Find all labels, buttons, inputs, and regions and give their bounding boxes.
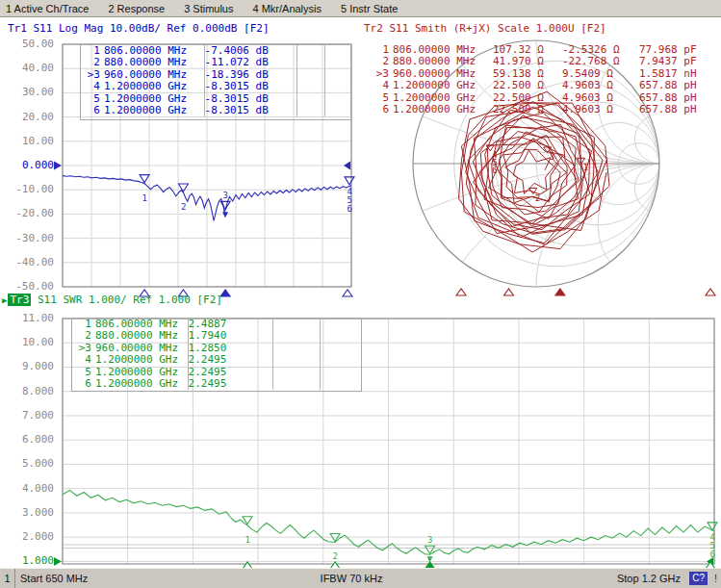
marker-row: 1806.00000 MHz-7.4006 dB: [81, 45, 350, 57]
marker-row: 2880.00000 MHz-11.072 dB: [81, 57, 350, 68]
marker-cell: 1.2850: [188, 343, 273, 354]
marker-row: 41.2000000 GHz2.2495: [72, 354, 361, 366]
marker-cell: 4.9603 Ω: [562, 92, 639, 104]
y-axis-tick-label: 11.00: [4, 313, 54, 324]
ifbw-readout: IFBW 70 kHz: [289, 573, 414, 584]
marker-number: 1: [370, 44, 393, 56]
marker-row: 1806.00000 MHz2.4887: [72, 319, 361, 330]
marker-stimulus-triangle[interactable]: [456, 289, 466, 295]
marker-row: >3960.00000 MHz59.138 Ω9.5409 Ω1.5817 nH: [370, 68, 718, 80]
y-axis-tick-label: 1.000: [4, 555, 54, 567]
marker-cell: 806.00000 MHz: [95, 319, 188, 330]
marker-cell: [296, 69, 324, 81]
marker-cell: 1.2000000 GHz: [104, 81, 204, 92]
marker-cell: -8.3015 dB: [204, 81, 297, 92]
trace-marker-icon[interactable]: [140, 175, 149, 183]
reference-level-arrow[interactable]: [344, 162, 350, 170]
tr1-header: Tr1 S11 Log Mag 10.00dB/ Ref 0.000dB [F2…: [8, 22, 270, 35]
tr3-marker-table: 1806.00000 MHz2.48872880.00000 MHz1.7940…: [71, 318, 362, 392]
marker-number: 6: [370, 104, 393, 115]
marker-row: 2880.00000 MHz41.970 Ω-22.768 Ω7.9437 pF: [370, 56, 718, 67]
marker-number: 5: [81, 93, 104, 105]
marker-cell: -11.072 dB: [204, 57, 297, 68]
marker-cell: 657.88 pH: [639, 80, 716, 91]
marker-cell: 806.00000 MHz: [393, 44, 493, 56]
marker-cell: 880.00000 MHz: [104, 57, 204, 68]
y-axis-tick-label: 0.000: [4, 160, 54, 171]
tr1-marker-table: 1806.00000 MHz-7.4006 dB2880.00000 MHz-1…: [80, 44, 351, 120]
marker-cell: 880.00000 MHz: [95, 330, 188, 342]
marker-cell: 22.500 Ω: [493, 92, 562, 104]
marker-row: 61.2000000 GHz2.2495: [72, 378, 361, 390]
reference-level-arrow[interactable]: [54, 557, 62, 566]
start-frequency: Start 650 MHz: [20, 573, 88, 584]
marker-stimulus-triangle[interactable]: [343, 290, 352, 296]
marker-cell: [320, 343, 361, 354]
marker-cell: 1.7940: [188, 330, 273, 342]
marker-cell: -8.3015 dB: [204, 105, 297, 116]
active-trace-arrow-icon: ▶: [2, 295, 7, 305]
y-axis-tick-label: 5.000: [4, 458, 54, 470]
marker-cell: [296, 93, 324, 105]
marker-number-label: 6: [492, 166, 497, 175]
marker-cell: [272, 378, 320, 390]
marker-number: 5: [72, 367, 95, 378]
marker-number: 4: [370, 80, 393, 91]
marker-cell: [272, 343, 320, 354]
tr3-active-badge[interactable]: Tr3: [8, 294, 31, 306]
y-axis-tick-label: 8.000: [4, 386, 54, 397]
marker-row: 2880.00000 MHz1.7940: [72, 330, 361, 342]
marker-cell: 1.2000000 GHz: [393, 104, 493, 115]
marker-cell: -2.5326 Ω: [562, 44, 639, 56]
status-bar: 1 Start 650 MHz IFBW 70 kHz Stop 1.2 GHz…: [0, 568, 721, 588]
marker-cell: 9.5409 Ω: [562, 68, 639, 80]
reference-level-arrow[interactable]: [54, 162, 62, 170]
y-axis-tick-label: 40.00: [4, 63, 54, 74]
marker-cell: [272, 354, 320, 366]
marker-cell: [324, 105, 350, 116]
marker-number-label: 6: [348, 204, 352, 214]
trace-marker-icon[interactable]: [178, 184, 188, 192]
marker-cell: [296, 105, 324, 116]
marker-cell: 107.32 Ω: [493, 44, 562, 56]
marker-cell: [296, 45, 324, 57]
marker-cell: 657.88 pH: [639, 92, 716, 104]
y-axis-tick-label: 4.000: [4, 483, 54, 495]
marker-row: 51.2000000 GHz2.2495: [72, 367, 361, 378]
marker-stimulus-triangle[interactable]: [555, 289, 565, 295]
marker-number-label: 6: [710, 550, 715, 559]
y-axis-tick-label: 10.00: [4, 337, 54, 348]
marker-cell: [272, 330, 320, 342]
marker-row: 51.2000000 GHz22.500 Ω4.9603 Ω657.88 pH: [370, 92, 718, 104]
marker-cell: 4.9603 Ω: [562, 80, 639, 91]
marker-cell: [296, 81, 324, 92]
marker-cell: [320, 367, 361, 378]
marker-row: >3960.00000 MHz1.2850: [72, 343, 361, 354]
active-channel-indicator[interactable]: 1: [0, 569, 15, 588]
marker-row: 41.2000000 GHz22.500 Ω4.9603 Ω657.88 pH: [370, 80, 718, 91]
marker-row: 61.2000000 GHz22.500 Ω4.9603 Ω657.88 pH: [370, 104, 718, 115]
marker-cell: [324, 57, 350, 68]
marker-number-label: 2: [535, 193, 540, 203]
marker-row: 41.2000000 GHz-8.3015 dB: [81, 81, 350, 92]
marker-cell: -8.3015 dB: [204, 93, 297, 105]
trace-marker-icon[interactable]: [345, 177, 354, 185]
marker-stimulus-triangle[interactable]: [503, 289, 513, 295]
stop-frequency: Stop 1.2 GHz: [617, 573, 681, 584]
marker-cell: 960.00000 MHz: [95, 343, 188, 354]
y-axis-tick-label: 50.00: [4, 38, 54, 50]
marker-cell: [324, 69, 350, 81]
marker-number: 1: [81, 45, 104, 57]
marker-stimulus-triangle[interactable]: [706, 289, 715, 295]
marker-cell: [324, 45, 350, 57]
marker-number-label: 2: [333, 551, 338, 561]
marker-number-label: 1: [583, 163, 588, 172]
marker-cell: [320, 378, 361, 390]
y-axis-tick-label: 6.000: [4, 434, 54, 446]
marker-number-label: 1: [245, 535, 250, 545]
marker-cell: 77.968 pF: [639, 44, 716, 56]
marker-cell: 1.2000000 GHz: [393, 92, 493, 104]
marker-number-label: 3: [427, 535, 432, 545]
tr2-header: Tr2 S11 Smith (R+jX) Scale 1.000U [F2]: [364, 22, 606, 35]
marker-number: 4: [72, 354, 95, 366]
